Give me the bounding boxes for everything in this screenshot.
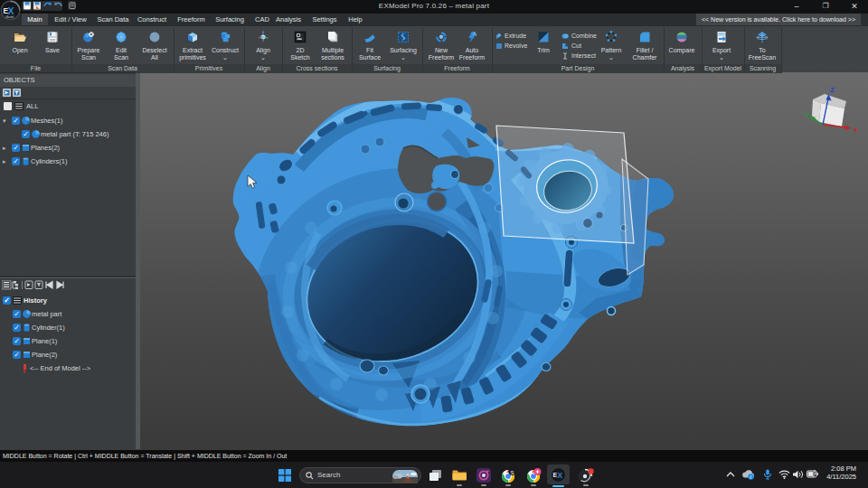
svg-text:Model: Model [5, 15, 14, 19]
svg-text:x: x [854, 126, 858, 134]
svg-text:Z: Z [830, 86, 835, 94]
svg-text:Y: Y [805, 111, 810, 119]
svg-text:S: S [511, 470, 514, 475]
svg-text:X: X [558, 471, 563, 480]
